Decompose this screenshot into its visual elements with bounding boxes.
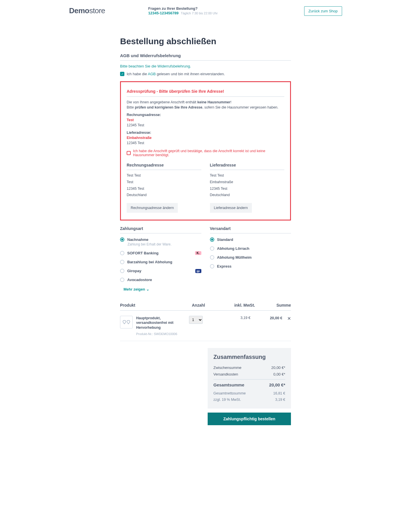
shipping-method-block: Versandart Standard Abholung Lörrach Abh…	[210, 226, 291, 291]
back-to-shop-button[interactable]: Zurück zum Shop	[304, 6, 342, 16]
shipping-address-block: Lieferadresse Test Test Einbahnstraße 12…	[210, 163, 285, 213]
payment-sub: Zahlung bei Erhalt der Ware.	[128, 242, 201, 246]
row-tax: 3,19 €	[216, 316, 250, 320]
billing-city: 12345 Test	[127, 123, 284, 127]
billing-street-error: Test	[127, 118, 284, 122]
logo-bold: Demo	[69, 6, 89, 15]
radio-icon[interactable]	[120, 251, 124, 255]
logo-light: store	[89, 6, 105, 15]
checkbox-checked-icon[interactable]: ✓	[120, 72, 124, 76]
payment-option-sofort[interactable]: SOFORT BankingK.	[120, 249, 201, 258]
remove-item-button[interactable]: ✕	[282, 316, 291, 321]
terms-accept-row: ✓ Ich habe die AGB gelesen und bin mit i…	[120, 72, 291, 76]
col-product: Produkt	[120, 303, 192, 307]
address-confirm-text: Ich habe die Anschrift geprüft und bestä…	[133, 149, 284, 157]
address-confirm-row[interactable]: Ich habe die Anschrift geprüft und bestä…	[127, 149, 284, 157]
giropay-badge-icon: gp	[195, 269, 201, 273]
page-title: Bestellung abschließen	[120, 36, 291, 46]
address-check-line2: Bitte prüfen und korrigieren Sie Ihre Ad…	[127, 105, 284, 109]
row-sum: 20,00 €	[250, 316, 282, 320]
payment-option-bar[interactable]: Barzahlung bei Abholung	[120, 258, 201, 266]
ship-option-loerrach[interactable]: Abholung Lörrach	[210, 244, 291, 253]
cart-header: Produkt Anzahl inkl. MwSt. Summe	[120, 303, 291, 311]
billing-address-block: Rechnungsadresse Test Test Test 12345 Te…	[127, 163, 201, 213]
change-shipping-button[interactable]: Lieferadresse ändern	[210, 203, 252, 213]
ship-option-express[interactable]: Express	[210, 262, 291, 271]
ship-option-standard[interactable]: Standard	[210, 235, 291, 244]
radio-icon[interactable]	[120, 260, 124, 264]
col-qty: Anzahl	[192, 303, 221, 307]
order-summary: Zusammenfassung Zwischensumme20,00 €* Ve…	[208, 348, 291, 409]
terms-heading: AGB und Widerrufsbelehrung	[120, 53, 291, 61]
shipping-heading: Lieferadresse	[210, 163, 285, 170]
summary-heading: Zusammenfassung	[213, 354, 285, 360]
payment-method-block: Zahlungsart Nachnahme Zahlung bei Erhalt…	[120, 226, 201, 291]
radio-selected-icon[interactable]	[210, 237, 214, 242]
product-info: Hauptprodukt, versandkostenfrei mit Herv…	[133, 316, 187, 336]
radio-selected-icon[interactable]	[120, 237, 124, 242]
payment-option-avocado[interactable]: Avocadostore	[120, 275, 201, 284]
shipping-city: 12345 Test	[127, 141, 284, 145]
product-sku: Produkt-Nr.: SWDEMO10006	[136, 332, 187, 336]
radio-icon[interactable]	[210, 255, 214, 260]
qty-select[interactable]: 1	[189, 316, 203, 324]
address-check-title: Adressprüfung - Bitte überprüfen Sie Ihr…	[127, 89, 284, 97]
radio-icon[interactable]	[120, 278, 124, 282]
address-validation-box: Adressprüfung - Bitte überprüfen Sie Ihr…	[120, 81, 291, 220]
shipmethod-heading: Versandart	[210, 226, 291, 233]
billing-label: Rechnungsadresse:	[127, 113, 284, 117]
header-question: Fragen zu Ihrer Bestellung?	[148, 6, 304, 11]
show-more-button[interactable]: Mehr zeigen ⌄	[120, 284, 201, 291]
header-hours: Täglich 7:30 bis 22:00 Uhr	[181, 11, 218, 15]
logo[interactable]: Demostore	[69, 6, 105, 15]
checkbox-empty-icon[interactable]	[127, 151, 131, 155]
product-name: Hauptprodukt, versandkostenfrei mit Herv…	[136, 316, 187, 330]
chevron-down-icon: ⌄	[146, 287, 149, 291]
radio-icon[interactable]	[120, 269, 124, 273]
ship-option-muellheim[interactable]: Abholung Müllheim	[210, 253, 291, 262]
header: Demostore Fragen zu Ihrer Bestellung? 12…	[69, 3, 342, 19]
klarna-badge-icon: K.	[195, 251, 201, 255]
billing-heading: Rechnungsadresse	[127, 163, 201, 170]
radio-icon[interactable]	[210, 246, 214, 251]
col-sum: Summe	[255, 303, 291, 307]
payment-heading: Zahlungsart	[120, 226, 201, 233]
header-contact: Fragen zu Ihrer Bestellung? 12345-123456…	[105, 6, 304, 15]
shipping-label: Lieferadresse:	[127, 131, 284, 135]
shipping-street-error: Einbahnstraße	[127, 136, 284, 140]
col-tax: inkl. MwSt.	[221, 303, 255, 307]
header-phone[interactable]: 12345-123456789	[148, 11, 179, 15]
place-order-button[interactable]: Zahlungspflichtig bestellen	[208, 413, 291, 425]
change-billing-button[interactable]: Rechnungsadresse ändern	[127, 203, 178, 213]
payment-option-giropay[interactable]: Giropaygp	[120, 266, 201, 275]
terms-notice-link[interactable]: Bitte beachten Sie die Widerrufsbelehrun…	[120, 64, 291, 68]
payment-option-nachnahme[interactable]: Nachnahme Zahlung bei Erhalt der Ware.	[120, 235, 201, 246]
agb-link[interactable]: AGB	[148, 72, 156, 76]
address-check-line1: Die von Ihnen angegebene Anschrift enthä…	[127, 100, 284, 104]
radio-icon[interactable]	[210, 264, 214, 268]
cart-row: Hauptprodukt, versandkostenfrei mit Herv…	[120, 311, 291, 341]
terms-accept-text: Ich habe die AGB gelesen und bin mit ihn…	[127, 72, 225, 76]
product-thumb-icon	[120, 316, 133, 328]
